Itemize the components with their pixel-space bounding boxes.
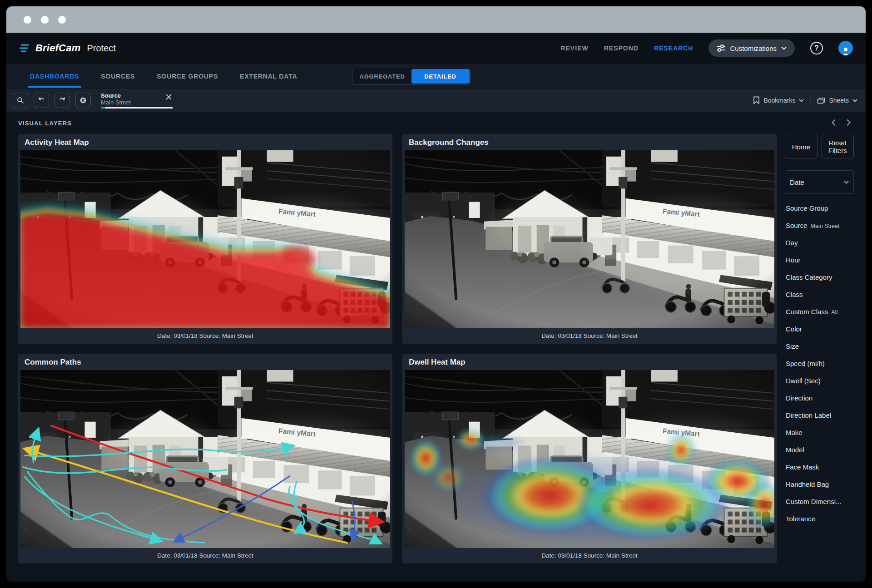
sidebar-filter-item[interactable]: Make bbox=[785, 424, 854, 441]
next-page-button[interactable] bbox=[845, 118, 852, 128]
sheets-label: Sheets bbox=[829, 97, 849, 104]
sidebar-filter-item[interactable]: Model bbox=[785, 441, 854, 458]
filter-label: Dwell (Sec) bbox=[786, 377, 821, 385]
home-button[interactable]: Home bbox=[785, 135, 818, 158]
customizations-label: Customizations bbox=[730, 44, 777, 52]
tab-dashboards[interactable]: DASHBOARDS bbox=[28, 65, 81, 88]
bookmark-icon bbox=[753, 96, 760, 104]
tab-sources[interactable]: SOURCES bbox=[99, 65, 137, 88]
mode-respond[interactable]: RESPOND bbox=[604, 44, 639, 52]
sidebar-filter-item[interactable]: Dwell (Sec) bbox=[785, 372, 854, 389]
filter-clear-button[interactable] bbox=[75, 93, 91, 108]
chevron-right-icon bbox=[846, 119, 851, 126]
sidebar-filter-item[interactable]: Source Main Street bbox=[785, 217, 854, 234]
mode-nav: REVIEW RESPOND RESEARCH Customizations ? bbox=[560, 40, 853, 57]
filter-label: Direction bbox=[786, 394, 813, 402]
common-paths-image[interactable] bbox=[18, 370, 392, 548]
window-dot-icon[interactable] bbox=[24, 16, 31, 24]
sidebar-filter-item[interactable]: Day bbox=[785, 234, 854, 251]
background-changes-image[interactable] bbox=[402, 150, 777, 328]
reset-filters-button[interactable]: Reset Filters bbox=[822, 135, 854, 158]
panel-background-changes: Background Changes Date: 03/01/18 Source… bbox=[402, 134, 777, 344]
panel-dwell-heat-map: Dwell Heat Map bbox=[402, 354, 777, 563]
filter-label: Make bbox=[786, 429, 803, 436]
filter-value: Main Street bbox=[811, 223, 840, 229]
mode-review[interactable]: REVIEW bbox=[560, 44, 588, 52]
sidebar-filter-item[interactable]: Color bbox=[785, 320, 854, 337]
window-dot-icon[interactable] bbox=[41, 16, 49, 24]
filter-search-button[interactable] bbox=[13, 93, 28, 108]
filter-label: Custom Class bbox=[786, 308, 828, 316]
filter-list: Source Group Source Main Street Day Hour… bbox=[785, 199, 854, 527]
chevron-down-icon bbox=[844, 181, 849, 184]
person-icon bbox=[841, 46, 850, 55]
sheets-menu[interactable]: Sheets bbox=[817, 97, 857, 104]
help-icon[interactable]: ? bbox=[810, 42, 823, 54]
filter-bar: Source Main Street Bookmarks Sheets bbox=[6, 89, 866, 112]
tab-source-groups[interactable]: SOURCE GROUPS bbox=[155, 65, 220, 88]
undo-icon bbox=[38, 97, 45, 104]
tabs-bar: DASHBOARDS SOURCES SOURCE GROUPS EXTERNA… bbox=[6, 64, 866, 89]
chevron-down-icon bbox=[799, 99, 804, 102]
brand: BriefCam Protect bbox=[19, 42, 116, 54]
filter-value: All bbox=[831, 309, 837, 316]
filter-label: Custom Dimensi... bbox=[786, 498, 842, 505]
filter-label: Day bbox=[786, 239, 798, 247]
sidebar-filter-item[interactable]: Direction Label bbox=[785, 406, 854, 424]
filter-label: Hour bbox=[786, 256, 801, 264]
sidebar-filter-item[interactable]: Hour bbox=[785, 251, 854, 268]
date-filter-dropdown[interactable]: Date bbox=[785, 170, 854, 194]
toggle-aggregated[interactable]: AGGREGATED bbox=[353, 69, 411, 84]
chip-close-icon[interactable] bbox=[165, 93, 173, 103]
user-avatar[interactable] bbox=[838, 41, 853, 55]
chip-underline bbox=[101, 107, 173, 109]
filter-label: Face Mask bbox=[786, 463, 819, 471]
customizations-button[interactable]: Customizations bbox=[708, 40, 795, 57]
prev-page-button[interactable] bbox=[830, 118, 837, 128]
dwell-heat-map-image[interactable] bbox=[402, 370, 777, 548]
sidebar-filter-item[interactable]: Handheld Bag bbox=[785, 475, 854, 493]
sidebar-filter-item[interactable]: Custom Class All bbox=[785, 303, 854, 320]
sidebar-filter-item[interactable]: Custom Dimensi... bbox=[785, 493, 854, 510]
source-filter-chip[interactable]: Source Main Street bbox=[101, 93, 173, 109]
filter-label: Class Category bbox=[786, 273, 832, 281]
panel-title: Background Changes bbox=[402, 134, 777, 150]
panel-caption: Date: 03/01/18 Source: Main Street bbox=[402, 328, 777, 344]
visual-layers-grid: Activity Heat Map bbox=[18, 134, 777, 563]
panel-caption: Date: 03/01/18 Source: Main Street bbox=[402, 548, 777, 563]
filter-undo-button[interactable] bbox=[34, 93, 49, 108]
panel-caption: Date: 03/01/18 Source: Main Street bbox=[18, 328, 392, 344]
date-label: Date bbox=[790, 178, 804, 186]
filter-label: Source Group bbox=[786, 204, 828, 212]
sidebar-filter-item[interactable]: Tolerance bbox=[785, 510, 854, 527]
tab-external-data[interactable]: EXTERNAL DATA bbox=[238, 65, 299, 88]
filter-label: Tolerance bbox=[786, 515, 815, 523]
sidebar-filter-item[interactable]: Speed (mi/h) bbox=[785, 355, 854, 372]
activity-heat-map-image[interactable] bbox=[18, 150, 392, 328]
window-dot-icon[interactable] bbox=[58, 16, 66, 24]
chevron-down-icon bbox=[781, 46, 787, 50]
sliders-icon bbox=[717, 44, 725, 52]
mode-research[interactable]: RESEARCH bbox=[654, 44, 694, 52]
sidebar-filter-item[interactable]: Direction bbox=[785, 389, 854, 406]
sidebar-filter-item[interactable]: Source Group bbox=[785, 199, 854, 217]
section-title: VISUAL LAYERS bbox=[18, 120, 72, 127]
filter-label: Model bbox=[786, 446, 804, 454]
toggle-detailed[interactable]: DETAILED bbox=[411, 69, 470, 84]
panel-activity-heat-map: Activity Heat Map bbox=[18, 134, 392, 344]
panel-common-paths: Common Paths bbox=[18, 354, 392, 563]
bookmarks-menu[interactable]: Bookmarks bbox=[753, 96, 804, 104]
panel-title: Dwell Heat Map bbox=[402, 354, 777, 370]
sidebar-filter-item[interactable]: Face Mask bbox=[785, 458, 854, 475]
filter-label: Color bbox=[786, 325, 802, 333]
filter-redo-button[interactable] bbox=[54, 93, 70, 108]
chip-value: Main Street bbox=[101, 99, 131, 106]
sidebar-filter-item[interactable]: Class bbox=[785, 286, 854, 303]
view-toggle: AGGREGATED DETAILED bbox=[352, 68, 471, 85]
panel-caption: Date: 03/01/18 Source: Main Street bbox=[18, 548, 392, 563]
sidebar-filter-item[interactable]: Size bbox=[785, 337, 854, 355]
sidebar-filter-item[interactable]: Class Category bbox=[785, 268, 854, 286]
app-window: BriefCam Protect REVIEW RESPOND RESEARCH… bbox=[6, 6, 866, 582]
brand-name: BriefCam bbox=[35, 42, 80, 54]
bookmarks-label: Bookmarks bbox=[763, 97, 795, 104]
